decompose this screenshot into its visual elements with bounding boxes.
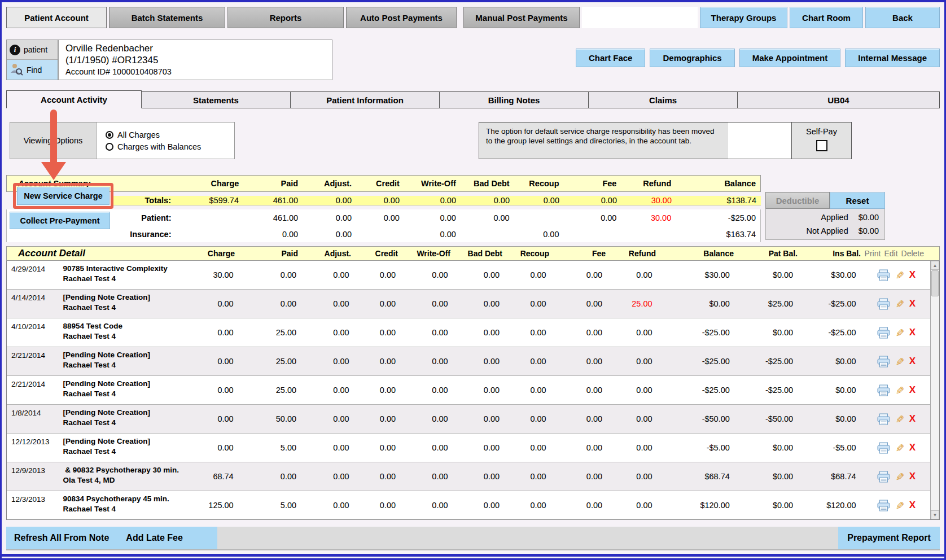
make-appointment-button[interactable]: Make Appointment — [739, 49, 841, 67]
edit-icon[interactable]: ✎ — [893, 328, 906, 337]
radio-icon[interactable] — [106, 131, 113, 139]
delete-icon[interactable]: X — [909, 356, 916, 367]
table-row: 12/3/2013 90834 Psychotherapy 45 min. Ra… — [7, 491, 930, 519]
cell-insbal: $0.00 — [798, 386, 860, 395]
edit-icon[interactable]: ✎ — [893, 386, 906, 395]
delete-icon[interactable]: X — [909, 500, 916, 511]
print-icon[interactable] — [877, 327, 890, 339]
scroll-down-arrow[interactable]: ▼ — [931, 510, 939, 519]
back-button[interactable]: Back — [865, 7, 940, 28]
edit-icon[interactable]: ✎ — [893, 501, 906, 510]
collect-pre-payment-button[interactable]: Collect Pre-Payment — [10, 212, 110, 229]
table-row: 12/12/2013 [Pending Note Creation] Racha… — [7, 433, 930, 462]
col-adjust: Adjust. — [303, 179, 356, 188]
tab-billing-notes[interactable]: Billing Notes — [440, 91, 589, 108]
tab-account-activity[interactable]: Account Activity — [6, 90, 142, 108]
empty-box — [728, 122, 792, 159]
cell-adjust: 0.00 — [301, 270, 353, 279]
delete-icon[interactable]: X — [909, 442, 916, 453]
radio-charges-with-balances[interactable]: Charges with Balances — [106, 141, 234, 152]
cell-refund: 0.00 — [607, 501, 657, 510]
col-refund: Refund — [621, 179, 676, 188]
radio-icon[interactable] — [106, 143, 113, 151]
cell-fee: 0.00 — [551, 357, 607, 366]
edit-icon[interactable]: ✎ — [893, 414, 906, 423]
tab-claims[interactable]: Claims — [589, 91, 738, 108]
chart-room-button[interactable]: Chart Room — [790, 7, 863, 28]
insurance-label: Insurance: — [113, 230, 176, 239]
nav-tab-reports[interactable]: Reports — [227, 7, 344, 28]
radio-all-charges[interactable]: All Charges — [106, 129, 234, 141]
edit-icon[interactable]: ✎ — [893, 270, 906, 279]
col-paid: Paid — [243, 179, 303, 188]
scrollbar[interactable]: ▲ ▼ — [930, 261, 939, 519]
edit-icon[interactable]: ✎ — [893, 357, 906, 366]
cell-refund: 25.00 — [607, 299, 657, 308]
dcol-refund: Refund — [610, 249, 660, 258]
patient-find-cell[interactable]: Find — [7, 60, 58, 80]
delete-icon[interactable]: X — [909, 471, 916, 482]
patient-strip: i patient Find Orville Redenbacher (1/1/… — [6, 40, 940, 80]
edit-icon[interactable]: ✎ — [893, 299, 906, 308]
not-applied-label: Not Applied — [807, 226, 848, 235]
delete-icon[interactable]: X — [909, 327, 916, 338]
delete-icon[interactable]: X — [909, 384, 916, 396]
scrollbar-thumb[interactable] — [931, 270, 939, 296]
print-icon[interactable] — [877, 442, 890, 454]
cell-refund: 0.00 — [607, 328, 657, 337]
cell-refund: 0.00 — [607, 357, 657, 366]
nav-tab-batch-statements[interactable]: Batch Statements — [109, 7, 225, 28]
row-description: 88954 Test Code Rachael Test 4 — [60, 318, 190, 347]
row-date: 2/21/2014 — [7, 376, 60, 404]
cell-insbal: $68.74 — [798, 472, 860, 481]
chart-face-button[interactable]: Chart Face — [576, 49, 646, 67]
cell-refund: 0.00 — [607, 270, 657, 279]
delete-icon[interactable]: X — [909, 269, 916, 281]
edit-icon[interactable]: ✎ — [893, 443, 906, 452]
nav-tab-auto-post-payments[interactable]: Auto Post Payments — [346, 7, 457, 28]
cell-insbal: $30.00 — [798, 270, 860, 279]
new-service-charge-button[interactable]: New Service Charge — [17, 187, 110, 205]
cell-charge: 0.00 — [190, 357, 238, 366]
reset-button[interactable]: Reset — [830, 192, 885, 209]
cell-fee: 0.00 — [551, 299, 607, 308]
prepayment-report-button[interactable]: Prepayment Report — [847, 533, 931, 543]
cell-recoup: 0.00 — [504, 472, 551, 481]
dcol-charge: Charge — [191, 249, 239, 258]
row-service: [Pending Note Creation] — [63, 436, 185, 447]
nav-tab-manual-post-payments[interactable]: Manual Post Payments — [463, 7, 580, 28]
delete-icon[interactable]: X — [909, 413, 916, 425]
therapy-groups-button[interactable]: Therapy Groups — [700, 7, 787, 28]
print-icon[interactable] — [877, 298, 890, 310]
cell-charge: 0.00 — [190, 443, 238, 452]
nav-tab-patient-account[interactable]: Patient Account — [6, 7, 107, 28]
internal-message-button[interactable]: Internal Message — [845, 49, 940, 67]
demographics-button[interactable]: Demographics — [650, 49, 734, 67]
cell-patbal: $0.00 — [734, 472, 798, 481]
cell-writeoff: 0.00 — [400, 414, 452, 423]
row-actions: ✎ X — [861, 298, 930, 310]
tab-statements[interactable]: Statements — [142, 91, 291, 108]
cell-recoup: 0.00 — [504, 299, 551, 308]
add-late-fee-button[interactable]: Add Late Fee — [126, 533, 182, 543]
print-icon[interactable] — [877, 413, 890, 425]
print-icon[interactable] — [877, 269, 890, 281]
radio-label: All Charges — [117, 130, 160, 139]
tab-patient-information[interactable]: Patient Information — [291, 91, 440, 108]
deductible-button[interactable]: Deductible — [765, 192, 830, 209]
print-icon[interactable] — [877, 500, 890, 511]
delete-icon[interactable]: X — [909, 298, 916, 309]
tab-ub04[interactable]: UB04 — [738, 91, 940, 108]
cell-baddebt: 0.00 — [453, 299, 505, 308]
cell-balance: -$50.00 — [657, 414, 734, 423]
self-pay-checkbox[interactable] — [816, 140, 827, 151]
print-icon[interactable] — [877, 356, 890, 368]
print-icon[interactable] — [877, 471, 890, 483]
print-icon[interactable] — [877, 384, 890, 396]
patient-info-cell[interactable]: i patient — [7, 40, 58, 60]
refresh-all-from-note-button[interactable]: Refresh All From Note — [14, 533, 109, 543]
scroll-up-arrow[interactable]: ▲ — [931, 261, 939, 270]
edit-icon[interactable]: ✎ — [893, 472, 906, 481]
detail-header: Account Detail Charge Paid Adjust. Credi… — [6, 246, 940, 261]
detail-table: 4/29/2014 90785 Interactive Complexity R… — [6, 261, 940, 520]
